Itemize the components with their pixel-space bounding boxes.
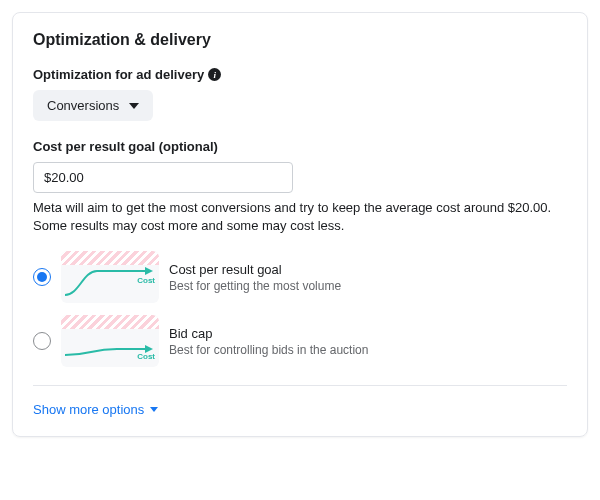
- option-subtitle: Best for controlling bids in the auction: [169, 343, 368, 357]
- option-title: Bid cap: [169, 326, 368, 341]
- option-text: Bid cap Best for controlling bids in the…: [169, 326, 368, 357]
- info-icon[interactable]: i: [208, 68, 221, 81]
- section-title: Optimization & delivery: [33, 31, 567, 49]
- show-more-label: Show more options: [33, 402, 144, 417]
- optimization-dropdown[interactable]: Conversions: [33, 90, 153, 121]
- chevron-down-icon: [150, 407, 158, 412]
- optimization-delivery-card: Optimization & delivery Optimization for…: [12, 12, 588, 437]
- cost-goal-helper: Meta will aim to get the most conversion…: [33, 199, 567, 235]
- radio-bid-cap[interactable]: [33, 332, 51, 350]
- option-title: Cost per result goal: [169, 262, 341, 277]
- bid-strategy-bid-cap[interactable]: Cost Bid cap Best for controlling bids i…: [33, 315, 567, 367]
- cost-goal-label: Cost per result goal (optional): [33, 139, 567, 154]
- optimization-selected: Conversions: [47, 98, 119, 113]
- option-subtitle: Best for getting the most volume: [169, 279, 341, 293]
- optimization-label-row: Optimization for ad delivery i: [33, 67, 567, 82]
- thumb-cost-per-result: Cost: [61, 251, 159, 303]
- chevron-down-icon: [129, 103, 139, 109]
- divider: [33, 385, 567, 386]
- bid-strategy-cost-per-result[interactable]: Cost Cost per result goal Best for getti…: [33, 251, 567, 303]
- cost-label-icon: Cost: [137, 352, 155, 361]
- cost-goal-input[interactable]: [33, 162, 293, 193]
- show-more-options[interactable]: Show more options: [33, 402, 158, 417]
- option-text: Cost per result goal Best for getting th…: [169, 262, 341, 293]
- radio-cost-per-result[interactable]: [33, 268, 51, 286]
- optimization-label: Optimization for ad delivery: [33, 67, 204, 82]
- thumb-bid-cap: Cost: [61, 315, 159, 367]
- cost-label-icon: Cost: [137, 276, 155, 285]
